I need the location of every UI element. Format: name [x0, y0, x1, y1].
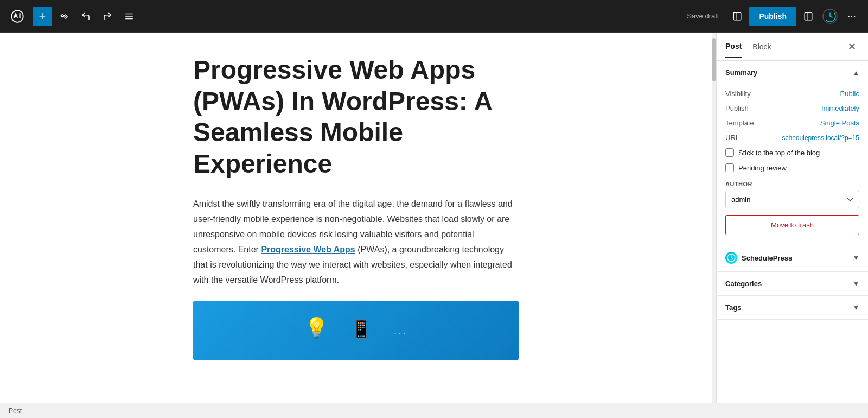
summary-section: Summary ▲ Visibility Public Publish Imme…: [717, 61, 868, 244]
template-label: Template: [725, 119, 754, 127]
tab-block[interactable]: Block: [752, 36, 771, 58]
publish-label: Publish: [725, 104, 749, 112]
publish-row: Publish Immediately: [725, 101, 859, 116]
pending-review-label[interactable]: Pending review: [738, 164, 787, 172]
visibility-value[interactable]: Public: [840, 90, 859, 98]
post-title[interactable]: Progressive Web Apps (PWAs) In WordPress…: [193, 54, 519, 179]
schedulepress-logo: [725, 252, 737, 264]
document-overview-button[interactable]: [119, 7, 139, 26]
schedulepress-section-header[interactable]: SchedulePress ▼: [717, 244, 868, 271]
url-label: URL: [725, 134, 739, 142]
tags-chevron-icon: ▼: [853, 304, 859, 312]
pwa-link[interactable]: Progressive Web Apps: [261, 245, 355, 254]
main-area: Progressive Web Apps (PWAs) In WordPress…: [0, 33, 868, 403]
visibility-label: Visibility: [725, 90, 751, 98]
sidebar-tabs: Post Block ✕: [717, 33, 868, 61]
sidebar-scrollbar-thumb[interactable]: [712, 38, 716, 81]
schedulepress-section: SchedulePress ▼: [717, 244, 868, 272]
stick-to-top-label[interactable]: Stick to the top of the blog: [738, 149, 820, 157]
sidebar-scrollbar-track[interactable]: [712, 33, 716, 403]
svg-rect-5: [805, 12, 812, 20]
author-select[interactable]: admin: [725, 191, 859, 208]
undo-button[interactable]: [76, 7, 95, 26]
stick-to-top-row: Stick to the top of the blog: [725, 145, 859, 160]
schedulepress-chevron-icon: ▼: [853, 254, 859, 262]
toolbar: + Save draft Publish: [0, 0, 868, 33]
wp-logo[interactable]: [7, 5, 28, 27]
redo-button[interactable]: [98, 7, 117, 26]
template-row: Template Single Posts: [725, 116, 859, 130]
post-body[interactable]: Amidst the swiftly transforming era of t…: [193, 197, 519, 288]
schedulepress-row: SchedulePress: [725, 252, 792, 264]
settings-button[interactable]: [799, 7, 818, 26]
editor-area[interactable]: Progressive Web Apps (PWAs) In WordPress…: [0, 33, 712, 403]
author-label: AUTHOR: [725, 181, 859, 187]
summary-chevron-icon: ▲: [853, 69, 859, 77]
url-value[interactable]: schedulepress.local/?p=15: [782, 134, 859, 142]
svg-point-9: [848, 15, 850, 16]
dots-decoration: ···: [394, 327, 408, 339]
footer-label: Post: [9, 407, 22, 415]
tools-button[interactable]: [54, 7, 74, 26]
bulb-icon: 💡: [304, 316, 329, 339]
visibility-row: Visibility Public: [725, 86, 859, 101]
categories-title: Categories: [725, 280, 762, 288]
save-draft-button[interactable]: Save draft: [680, 8, 725, 24]
summary-section-body: Visibility Public Publish Immediately Te…: [717, 84, 868, 244]
phone-icon: 📱: [350, 319, 372, 339]
categories-section-header[interactable]: Categories ▼: [717, 272, 868, 295]
tags-section: Tags ▼: [717, 296, 868, 320]
schedulepress-icon[interactable]: [820, 7, 840, 26]
tab-post[interactable]: Post: [725, 35, 742, 58]
publish-value[interactable]: Immediately: [821, 104, 859, 112]
summary-section-header[interactable]: Summary ▲: [717, 61, 868, 84]
publish-button[interactable]: Publish: [749, 7, 796, 26]
template-value[interactable]: Single Posts: [820, 119, 859, 127]
svg-rect-3: [734, 12, 742, 20]
post-featured-image: 💡 📱 ···: [193, 301, 519, 360]
tags-section-header[interactable]: Tags ▼: [717, 296, 868, 319]
svg-point-11: [854, 15, 855, 16]
summary-title: Summary: [725, 68, 757, 77]
footer-bar: Post: [0, 403, 868, 418]
svg-point-10: [851, 15, 852, 16]
pending-review-checkbox[interactable]: [725, 163, 734, 172]
stick-to-top-checkbox[interactable]: [725, 148, 734, 157]
schedulepress-title: SchedulePress: [742, 254, 792, 262]
view-button[interactable]: [727, 7, 747, 26]
categories-chevron-icon: ▼: [853, 280, 859, 288]
add-block-button[interactable]: +: [33, 7, 52, 26]
categories-section: Categories ▼: [717, 272, 868, 296]
editor-content: Progressive Web Apps (PWAs) In WordPress…: [171, 54, 540, 360]
pending-review-row: Pending review: [725, 160, 859, 175]
move-to-trash-button[interactable]: Move to trash: [725, 215, 859, 235]
url-row: URL schedulepress.local/?p=15: [725, 130, 859, 145]
tags-title: Tags: [725, 303, 741, 312]
more-options-button[interactable]: [842, 7, 861, 26]
sidebar-close-button[interactable]: ✕: [844, 39, 859, 54]
sidebar-panel: Post Block ✕ Summary ▲ Visibility Public…: [716, 33, 868, 403]
